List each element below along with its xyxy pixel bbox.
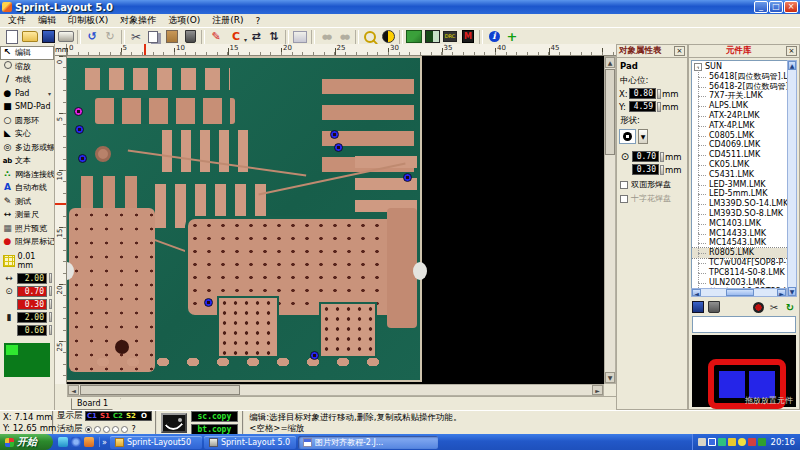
library-item[interactable]: CD4069.LMK xyxy=(692,140,796,150)
scroll-right-icon[interactable]: ► xyxy=(592,385,603,395)
pad-outer-field[interactable]: 0.70 xyxy=(632,151,659,162)
x-position-field[interactable]: 0.80 xyxy=(629,88,656,99)
layer-chip-c1[interactable]: C1 xyxy=(86,412,99,420)
pad-drill-spinner[interactable] xyxy=(49,299,52,309)
messenger-icon[interactable] xyxy=(58,437,68,447)
mirror-horizontal-icon[interactable] xyxy=(247,29,265,45)
placed-pad-blue[interactable] xyxy=(403,173,412,182)
record-macro-icon[interactable] xyxy=(753,302,764,313)
messenger-icon[interactable] xyxy=(738,438,746,446)
library-item[interactable]: C5431.LMK xyxy=(692,170,796,180)
new-icon[interactable] xyxy=(3,29,21,45)
library-item[interactable]: 7X7-开关.LMK xyxy=(692,91,796,101)
delete-component-icon[interactable] xyxy=(708,301,720,313)
smd-width-value[interactable]: 2.00 xyxy=(17,312,47,323)
horizontal-scroll-thumb[interactable] xyxy=(80,385,240,395)
smd-width-spinner[interactable] xyxy=(49,312,52,322)
save-icon[interactable] xyxy=(39,29,57,45)
library-item[interactable]: ATX-4P.LMK xyxy=(692,121,796,131)
pad-drill-size-spinner[interactable] xyxy=(660,165,664,175)
library-hscroll-thumb[interactable] xyxy=(726,289,754,296)
pad-drill-field[interactable]: 0.30 xyxy=(632,164,659,175)
network-error-icon[interactable] xyxy=(748,438,756,446)
pad-outer-size-spinner[interactable] xyxy=(660,152,664,162)
pad-outer-row[interactable]: ⊙ 0.70 xyxy=(0,285,54,298)
library-item[interactable]: 56418-2[四位数码管].LMK xyxy=(692,82,796,92)
smd-width-row[interactable]: ▮ 2.00 xyxy=(0,311,54,324)
task-button-2[interactable]: 图片对齐教程-2.J... xyxy=(298,436,438,449)
print-icon[interactable] xyxy=(57,29,75,45)
library-item[interactable]: LED-3MM.LMK xyxy=(692,180,796,190)
canvas-horizontal-scrollbar[interactable]: ◄ ► xyxy=(67,384,604,396)
layer-help-button[interactable]: ? xyxy=(130,425,138,434)
group-icon[interactable] xyxy=(317,29,335,45)
library-root-node[interactable]: - SUN xyxy=(692,61,796,72)
macro-icon[interactable] xyxy=(459,29,477,45)
library-item[interactable]: ALPS.LMK xyxy=(692,101,796,111)
library-item[interactable]: C0805.LMK xyxy=(692,131,796,141)
track-width-spinner[interactable] xyxy=(49,273,52,283)
library-vertical-scrollbar[interactable]: ▲ ▼ xyxy=(787,60,797,297)
start-button[interactable]: 开始 xyxy=(0,434,53,450)
update-icon[interactable] xyxy=(718,438,726,446)
tool-trace[interactable]: 布线 xyxy=(0,73,54,87)
library-item[interactable]: LM393D.SO-8.LMK xyxy=(692,209,796,219)
trace-mode-button[interactable] xyxy=(161,413,187,433)
pad-shape-button[interactable] xyxy=(619,129,636,144)
tool-soldermask[interactable]: 阻焊层标记 xyxy=(0,235,54,249)
placed-pad-blue[interactable] xyxy=(78,154,87,163)
placed-pad-blue[interactable] xyxy=(334,143,343,152)
tool-text[interactable]: 文本 xyxy=(0,154,54,168)
pad-drill-row[interactable]: 0.30 xyxy=(0,298,54,311)
smd-height-value[interactable]: 0.60 xyxy=(17,325,47,336)
tool-polygon[interactable]: 多边形或螺旋 xyxy=(0,141,54,155)
tool-test[interactable]: 测试 xyxy=(0,195,54,209)
delete-icon[interactable] xyxy=(181,29,199,45)
library-item[interactable]: TPC8114-S0-8.LMK xyxy=(692,268,796,278)
undo-icon[interactable] xyxy=(83,29,101,45)
library-item[interactable]: LED-5mm.LMK xyxy=(692,189,796,199)
contrast-icon[interactable] xyxy=(379,29,397,45)
through-pad-option[interactable]: 双面形焊盘 xyxy=(617,176,687,190)
tool-autoroute[interactable]: 自动布线 xyxy=(0,181,54,195)
library-item[interactable]: MC1403.LMK xyxy=(692,219,796,229)
title-bar[interactable]: Sprint-Layout 5.0 _ □ × xyxy=(0,0,800,14)
rotate-angle-icon[interactable] xyxy=(225,29,247,45)
drc-icon[interactable] xyxy=(441,29,459,45)
flip-board-icon[interactable] xyxy=(291,29,309,45)
active-layer-radio-c1[interactable] xyxy=(85,426,92,433)
zoom-icon[interactable] xyxy=(361,29,379,45)
quick-launch-overflow-icon[interactable]: » xyxy=(100,438,109,447)
close-button[interactable]: × xyxy=(784,1,798,13)
help-icon[interactable] xyxy=(708,438,716,446)
scroll-up-icon[interactable]: ▲ xyxy=(605,57,615,68)
smd-height-spinner[interactable] xyxy=(49,325,52,335)
library-scroll-left-icon[interactable]: ◄ xyxy=(692,289,701,296)
tool-smd-pad[interactable]: SMD-Pad xyxy=(0,100,54,114)
tool-connections[interactable]: 网络连接线 xyxy=(0,168,54,182)
board-view-icon[interactable] xyxy=(405,29,423,45)
menu-item-5[interactable]: 注册(R) xyxy=(206,14,249,27)
library-scroll-right-icon[interactable]: ► xyxy=(777,289,786,296)
y-position-field[interactable]: 4.59 xyxy=(629,101,656,112)
save-library-icon[interactable] xyxy=(692,301,704,313)
y-spinner[interactable] xyxy=(657,102,661,112)
scroll-down-icon[interactable]: ▼ xyxy=(605,372,615,383)
library-item[interactable]: CD4511.LMK xyxy=(692,150,796,160)
through-pad-checkbox[interactable] xyxy=(620,181,628,189)
placed-pad-blue[interactable] xyxy=(75,125,84,134)
tool-zoom[interactable]: 缩放 xyxy=(0,60,54,74)
placed-pad-magenta[interactable] xyxy=(74,107,83,116)
paste-icon[interactable] xyxy=(163,29,181,45)
mirror-vertical-icon[interactable] xyxy=(265,29,283,45)
redo-icon[interactable] xyxy=(101,29,119,45)
close-properties-icon[interactable]: × xyxy=(674,46,685,56)
layer-chip-s1[interactable]: S1 xyxy=(99,412,112,420)
smd-height-row[interactable]: 0.60 xyxy=(0,324,54,337)
library-item-selected[interactable]: R0805.LMK xyxy=(692,248,796,258)
modem-icon[interactable] xyxy=(698,438,706,446)
info-icon[interactable] xyxy=(485,29,503,45)
library-item[interactable]: ATX-24P.LMK xyxy=(692,111,796,121)
sc-copy-button[interactable]: sc.copy xyxy=(191,411,239,422)
cut-icon[interactable] xyxy=(127,29,145,45)
